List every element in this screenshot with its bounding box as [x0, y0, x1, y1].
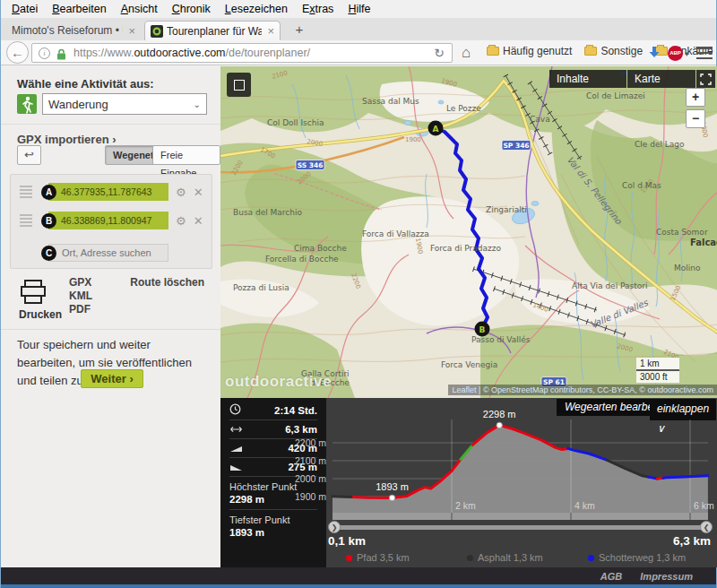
clock-icon	[229, 402, 241, 419]
download-icon[interactable]	[648, 46, 661, 63]
fullscreen-button[interactable]	[696, 70, 715, 88]
map-label: Pozza di Lusia	[233, 283, 289, 292]
main-area: SS 346SP 346SP 61 2100190020001800170020…	[220, 66, 717, 567]
reload-icon[interactable]: ↻	[427, 46, 452, 60]
close-icon[interactable]: ×	[262, 24, 280, 38]
route-marker-a[interactable]: A	[428, 121, 444, 136]
gear-icon[interactable]: ⚙	[176, 186, 186, 199]
zoom-in-button[interactable]: +	[686, 88, 705, 107]
waypoint-row-b: B ⚙ ✕	[16, 208, 206, 233]
lowest-point-label: Tiefster Punkt	[229, 510, 317, 525]
range-slider[interactable]: ❯ ❮	[332, 525, 709, 530]
bookmark-sonstige[interactable]: Sonstige	[584, 45, 643, 57]
address-search-input[interactable]	[48, 244, 168, 262]
bookmark-häufig-genutzt[interactable]: Häufig genutzt	[487, 45, 572, 57]
menu-bearbeiten[interactable]: Bearbeiten	[45, 1, 113, 17]
svg-text:B: B	[479, 325, 486, 334]
topo-map[interactable]: SS 346SP 346SP 61 2100190020001800170020…	[220, 66, 717, 398]
karte-button[interactable]: Karte	[627, 70, 695, 88]
url-text[interactable]: https://www.outdooractive.com/de/tourenp…	[73, 47, 427, 59]
menu-chronik[interactable]: Chronik	[165, 1, 218, 17]
new-tab-button[interactable]: +	[288, 23, 311, 38]
tab-tourenplaner[interactable]: Tourenplaner für Wandere... ×	[144, 21, 281, 40]
y-tick-label: 1900 m	[290, 491, 326, 502]
back-button[interactable]: ←	[6, 41, 29, 64]
slider-handle-left[interactable]: ❯	[328, 521, 341, 533]
inhalte-button[interactable]: Inhalte	[549, 70, 626, 88]
close-icon[interactable]: ×	[123, 24, 141, 38]
waypoint-row-c: C	[16, 240, 206, 265]
export-kml-link[interactable]: KML	[69, 290, 92, 303]
url-bar[interactable]: i https://www.outdooractive.com/de/toure…	[31, 43, 453, 63]
elevation-panel: 2:14 Std.6,3 km420 m275 m Höchster Punkt…	[220, 398, 717, 567]
drag-handle-icon[interactable]	[20, 186, 32, 199]
map-label: Molino	[674, 264, 701, 272]
window-border	[1, 584, 716, 588]
point-label: 2298 m	[483, 409, 516, 419]
zoom-controls: + −	[686, 88, 705, 131]
contour-label: 1900	[405, 136, 421, 143]
map-label: Alta Via dei Pastori	[572, 281, 647, 290]
map[interactable]: SS 346SP 346SP 61 2100190020001800170020…	[220, 66, 717, 398]
tab-freie-eingabe[interactable]: Freie Eingabe	[152, 145, 220, 165]
map-scale: 1 km 3000 ft	[636, 358, 679, 383]
slider-handle-right[interactable]: ❮	[700, 521, 713, 533]
menu-lesezeichen[interactable]: Lesezeichen	[218, 1, 295, 17]
folder-icon	[487, 47, 499, 56]
stat-row: 6,3 km	[229, 420, 317, 439]
map-label: Zingarialti	[486, 205, 527, 214]
tab-title: Tourenplaner für Wandere...	[163, 25, 262, 38]
menu-ansicht[interactable]: Ansicht	[114, 1, 165, 17]
remove-waypoint-icon[interactable]: ✕	[194, 214, 203, 228]
drag-handle-icon[interactable]	[20, 214, 32, 228]
elevation-chart[interactable]: 2 km4 km6 km2298 m1893 m	[328, 409, 717, 525]
route-marker-b[interactable]: B	[475, 322, 490, 337]
print-button[interactable]: Drucken	[19, 308, 62, 321]
y-tick-label: 2100 m	[290, 455, 326, 466]
undo-button[interactable]: ↩	[17, 145, 41, 165]
activity-select[interactable]: Wanderung ⌄	[42, 93, 207, 115]
export-pdf-link[interactable]: PDF	[69, 303, 92, 316]
y-tick-label: 2200 m	[290, 437, 326, 448]
waypoint-b-input[interactable]	[48, 212, 168, 229]
map-label: Le Pozze	[446, 104, 481, 113]
gear-icon[interactable]: ⚙	[176, 214, 186, 228]
legend-label: Pfad 3,5 km	[357, 552, 410, 563]
menu-hilfe[interactable]: Hilfe	[341, 1, 377, 17]
gpx-import-link[interactable]: GPX importieren ›	[17, 133, 117, 146]
printer-icon[interactable]	[19, 280, 48, 308]
menu-extras[interactable]: Extras	[295, 1, 341, 17]
stat-value: 6,3 km	[285, 424, 317, 435]
hamburger-menu-button[interactable]	[696, 47, 713, 59]
home-icon[interactable]: ⌂	[462, 44, 471, 62]
area-select-button[interactable]	[227, 73, 251, 97]
delete-route-button[interactable]: Route löschen	[130, 276, 204, 289]
export-gpx-link[interactable]: GPX	[69, 276, 92, 290]
lock-icon	[56, 48, 66, 59]
impressum-link[interactable]: Impressum	[640, 571, 693, 582]
segment-unbekannt	[333, 497, 353, 497]
remove-waypoint-icon[interactable]: ✕	[194, 186, 203, 199]
map-label: Col Doll Ischia	[267, 118, 324, 127]
adblock-badge: ABP	[668, 46, 683, 61]
map-label: Cle del Lago	[635, 140, 685, 149]
segment-Schotterweg	[648, 477, 657, 479]
menu-datei[interactable]: Datei	[4, 1, 45, 17]
map-label: Cima Bocche	[294, 244, 347, 253]
agb-link[interactable]: AGB	[600, 571, 622, 582]
waypoint-row-a: A ⚙ ✕	[16, 179, 206, 204]
page-content: Wähle eine Aktivität aus: Wanderung ⌄ GP…	[1, 66, 716, 584]
continue-button[interactable]: Weiter ›	[81, 369, 143, 388]
tab-reiseforum[interactable]: Mimoto's Reiseforum • Ungel... ×	[8, 21, 141, 40]
map-label: Sassa dal Mus	[362, 97, 419, 106]
adblock-button[interactable]: ABP ▾	[668, 46, 689, 61]
map-top-toolbar: Inhalte Karte	[549, 70, 715, 88]
waypoint-a-input[interactable]	[48, 183, 168, 201]
legend-dot	[467, 555, 473, 561]
waypoint-list: A ⚙ ✕ B ⚙ ✕ C	[10, 174, 212, 269]
x-tick-label: 6 km	[694, 500, 714, 511]
info-icon[interactable]: i	[39, 48, 50, 59]
map-label: Col de Limazei	[586, 91, 645, 100]
waytype-legend: Pfad 3,5 kmAsphalt 1,3 kmSchotterweg 1,3…	[346, 552, 709, 563]
zoom-out-button[interactable]: −	[686, 109, 705, 128]
